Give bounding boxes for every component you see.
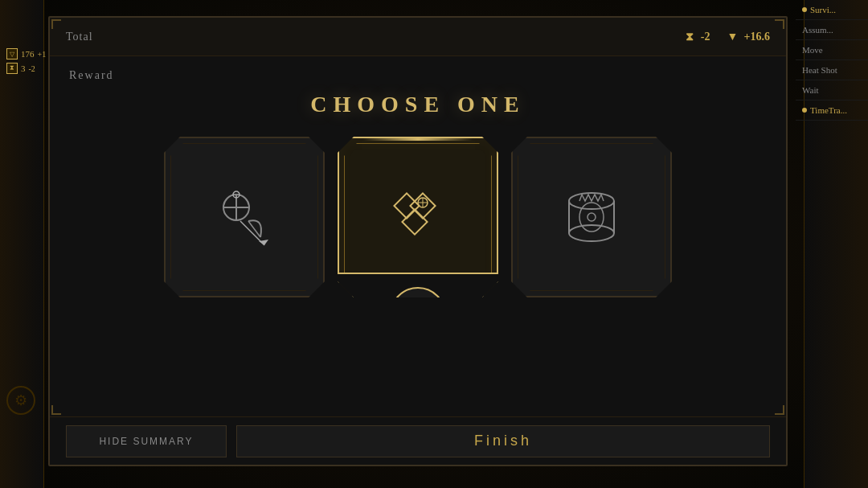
health-icon: ▽ <box>6 48 18 59</box>
right-panel: Survi... Assum... Move Heat Shot Wait Ti… <box>804 0 868 488</box>
card-inner-border-2 <box>344 143 492 291</box>
svg-point-14 <box>414 311 422 319</box>
cards-container: Ripple Orb Acquire the Ripple Orb abilit… <box>69 137 767 297</box>
tooltip-icon <box>390 287 446 343</box>
triangle-value: +16.6 <box>744 31 770 43</box>
hourglass-icon: ⧗ <box>683 31 696 43</box>
sand-stat: ⧗ 3 -2 <box>6 63 46 74</box>
sidebar-item-move[interactable]: Move <box>796 40 868 60</box>
finish-button[interactable]: Finish <box>236 425 770 457</box>
timetra-label: TimeTra... <box>810 105 847 115</box>
tooltip-description: Acquire the Ripple Orb ability. Cost 100… <box>320 371 516 411</box>
total-stats: ⧗ -2 ▼ +16.6 <box>683 31 770 43</box>
total-label: Total <box>66 31 683 43</box>
hourglass-value: -2 <box>701 31 710 43</box>
sidebar-item-assume[interactable]: Assum... <box>796 20 868 40</box>
bottom-bar: HIDE SUMMARY Finish <box>50 416 786 465</box>
gear-icon: ⚙ <box>6 386 35 415</box>
sidebar-item-wait[interactable]: Wait <box>796 80 868 100</box>
sidebar-item-heat-shot[interactable]: Heat Shot <box>796 60 868 80</box>
card-ripple-orb[interactable]: Ripple Orb Acquire the Ripple Orb abilit… <box>338 137 498 297</box>
top-glow <box>363 138 473 141</box>
hide-summary-button[interactable]: HIDE SUMMARY <box>66 425 227 457</box>
corner-tl <box>51 19 61 29</box>
sidebar-item-survive[interactable]: Survi... <box>796 0 868 20</box>
card-inner-border-1 <box>170 143 318 291</box>
survive-label: Survi... <box>810 5 836 14</box>
reward-label: Reward <box>69 69 767 82</box>
health-stat: ▽ 176 +1 <box>6 48 46 59</box>
svg-point-13 <box>404 301 432 329</box>
survive-dot <box>802 7 807 12</box>
right-sidebar: Survi... Assum... Move Heat Shot Wait Ti… <box>796 0 868 161</box>
sidebar-item-timetra[interactable]: TimeTra... <box>796 100 868 121</box>
left-panel: ▽ 176 +1 ⧗ 3 -2 ⚙ <box>0 0 44 488</box>
card-archer[interactable] <box>164 137 325 297</box>
tooltip-icon-area <box>320 287 516 343</box>
reward-area: Reward CHOOSE ONE <box>50 56 786 416</box>
ripple-orb-tooltip-icon <box>398 295 438 335</box>
triangle-icon: ▼ <box>727 31 739 43</box>
triangle-stat: ▼ +16.6 <box>727 31 770 43</box>
sand-delta: -2 <box>29 64 35 73</box>
health-value: 176 <box>21 49 35 59</box>
timetra-dot <box>802 108 807 113</box>
sand-icon: ⧗ <box>6 63 18 74</box>
corner-tr <box>775 19 784 29</box>
card-tooltip: Ripple Orb Acquire the Ripple Orb abilit… <box>305 273 530 425</box>
stats-area: ▽ 176 +1 ⧗ 3 -2 <box>6 48 46 74</box>
choose-title: CHOOSE ONE <box>69 92 767 117</box>
svg-marker-15 <box>425 313 428 318</box>
assume-label: Assum... <box>802 25 833 35</box>
card-inner-border-3 <box>518 143 665 291</box>
card-scroll[interactable] <box>511 137 672 297</box>
wait-label: Wait <box>802 85 819 95</box>
heat-shot-label: Heat Shot <box>802 65 837 75</box>
total-bar: Total ⧗ -2 ▼ +16.6 <box>50 18 786 56</box>
health-delta: +1 <box>38 50 47 59</box>
hourglass-stat: ⧗ -2 <box>683 31 710 43</box>
move-label: Move <box>802 45 823 55</box>
tooltip-name: Ripple Orb <box>320 350 516 364</box>
sand-value: 3 <box>21 64 26 73</box>
main-dialog: Total ⧗ -2 ▼ +16.6 Reward CHOOSE ONE <box>48 16 788 466</box>
